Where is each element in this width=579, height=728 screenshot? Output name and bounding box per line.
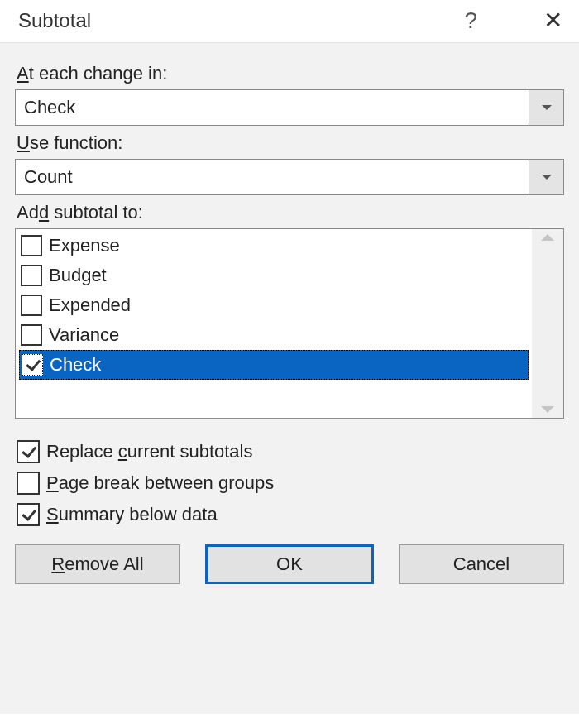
cancel-button[interactable]: Cancel	[399, 544, 564, 584]
checkbox-icon[interactable]	[21, 235, 42, 256]
option-label: Page break between groups	[46, 472, 274, 494]
chevron-down-icon[interactable]	[529, 90, 563, 125]
help-icon[interactable]: ?	[464, 7, 477, 34]
dialog-title: Subtotal	[18, 9, 91, 32]
checkbox-checked-icon[interactable]	[17, 440, 40, 463]
checkbox-icon[interactable]	[21, 265, 42, 286]
listbox-items: Expense Budget Expended Variance Check	[16, 229, 532, 418]
remove-all-button[interactable]: Remove All	[15, 544, 180, 584]
label-add-subtotal: Add subtotal to:	[17, 202, 564, 223]
checkbox-icon[interactable]	[21, 324, 42, 346]
list-item-label: Expended	[49, 295, 131, 316]
option-replace-subtotals[interactable]: Replace current subtotals	[17, 440, 564, 463]
list-item[interactable]: Variance	[19, 320, 529, 350]
scroll-up-icon[interactable]	[541, 234, 554, 241]
list-item-selected[interactable]: Check	[19, 350, 529, 380]
combo-at-each-change-value: Check	[16, 90, 529, 125]
chevron-down-icon[interactable]	[529, 160, 563, 194]
combo-use-function-value: Count	[16, 160, 529, 194]
option-page-break[interactable]: Page break between groups	[17, 472, 564, 495]
option-label: Replace current subtotals	[46, 441, 252, 462]
titlebar: Subtotal ? ✕	[0, 0, 579, 42]
checkbox-checked-icon[interactable]	[17, 503, 40, 526]
close-icon[interactable]: ✕	[543, 7, 562, 34]
label-use-function: Use function:	[17, 132, 564, 154]
list-item-label: Variance	[49, 324, 119, 346]
options-group: Replace current subtotals Page break bet…	[17, 440, 564, 526]
list-item[interactable]: Expended	[19, 290, 529, 320]
label-at-each-change: At each change in:	[17, 63, 564, 84]
list-item[interactable]: Expense	[19, 231, 529, 261]
combo-at-each-change[interactable]: Check	[15, 89, 564, 126]
checkbox-icon[interactable]	[17, 472, 40, 495]
option-label: Summary below data	[46, 504, 218, 525]
list-item-label: Budget	[49, 265, 107, 286]
listbox-add-subtotal[interactable]: Expense Budget Expended Variance Check	[15, 228, 564, 419]
list-item-label: Check	[50, 354, 101, 376]
scroll-down-icon[interactable]	[541, 406, 554, 413]
dialog-body: At each change in: Check Use function: C…	[0, 42, 579, 714]
list-item-label: Expense	[49, 235, 120, 256]
titlebar-controls: ? ✕	[464, 7, 562, 34]
dialog-buttons: Remove All OK Cancel	[15, 544, 564, 584]
combo-use-function[interactable]: Count	[15, 159, 564, 195]
option-summary-below[interactable]: Summary below data	[17, 503, 564, 526]
scrollbar[interactable]	[532, 229, 563, 418]
ok-button[interactable]: OK	[205, 544, 374, 584]
checkbox-icon[interactable]	[21, 295, 42, 316]
checkbox-checked-icon[interactable]	[22, 354, 43, 376]
list-item[interactable]: Budget	[19, 261, 529, 290]
